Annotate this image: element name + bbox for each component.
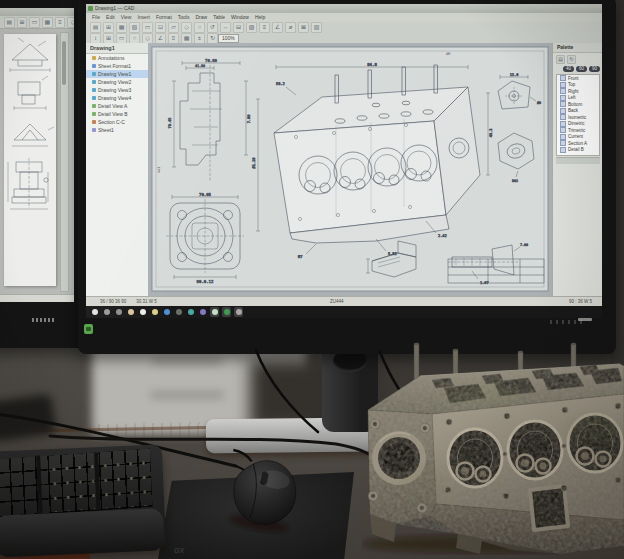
metal-texture [368,364,624,554]
workstation-scene: ▤⊞▭▦≡◇ [0,0,624,559]
mousepad-logo: GX [174,547,184,554]
engine-cylinder-head [362,336,624,559]
keyboard-front-slope [0,508,164,557]
key-legends [42,452,148,513]
mouse [211,445,317,546]
keyboard [0,434,167,559]
mouse-cable [232,450,253,461]
